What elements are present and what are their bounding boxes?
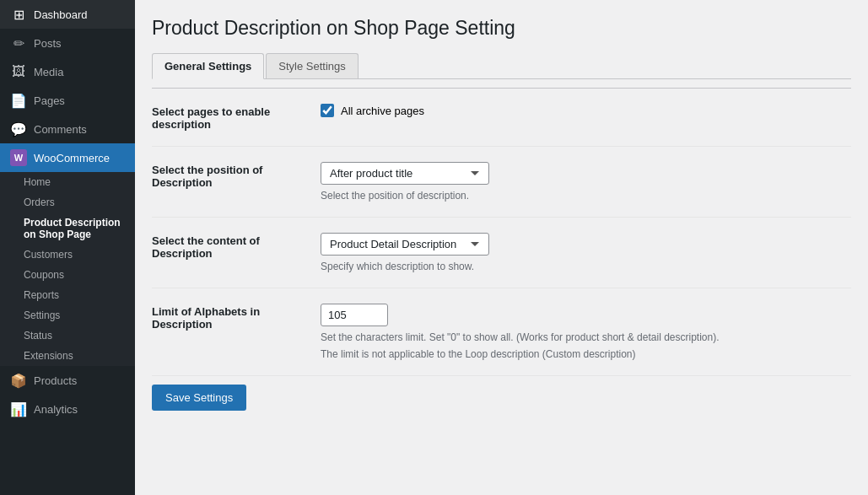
sidebar-item-pages[interactable]: 📄 Pages	[0, 86, 135, 115]
page-title: Product Description on Shop Page Setting	[152, 17, 851, 40]
media-icon: 🖼	[10, 63, 27, 80]
position-select[interactable]: After product title Before product title…	[321, 162, 489, 185]
sidebar-item-products[interactable]: 📦 Products	[0, 366, 135, 395]
all-archive-pages-checkbox[interactable]	[321, 104, 334, 117]
settings-row-enable: Select pages to enable description All a…	[152, 89, 851, 147]
position-control: After product title Before product title…	[321, 162, 851, 202]
sidebar-item-label: Dashboard	[34, 8, 88, 21]
sidebar-item-label: Pages	[34, 94, 65, 107]
comments-icon: 💬	[10, 121, 27, 137]
woocommerce-submenu: Home Orders Product Description on Shop …	[0, 172, 135, 366]
limit-hint-1: Set the characters limit. Set "0" to sho…	[321, 331, 851, 343]
submenu-item-status[interactable]: Status	[0, 326, 135, 346]
tab-bar: General Settings Style Settings	[152, 53, 851, 79]
sidebar-item-analytics[interactable]: 📊 Analytics	[0, 395, 135, 423]
enable-description-control: All archive pages	[321, 104, 851, 117]
sidebar-item-woocommerce[interactable]: W WooCommerce	[0, 143, 135, 172]
sidebar-item-media[interactable]: 🖼 Media	[0, 57, 135, 86]
submenu-item-settings[interactable]: Settings	[0, 305, 135, 326]
limit-input[interactable]	[321, 304, 388, 326]
save-settings-button[interactable]: Save Settings	[152, 385, 246, 411]
sidebar: ⊞ Dashboard ✏ Posts 🖼 Media 📄 Pages 💬 Co…	[0, 0, 135, 495]
submenu-item-customers[interactable]: Customers	[0, 245, 135, 265]
pages-icon: 📄	[10, 92, 27, 109]
content-control: Product Detail Description Product Short…	[321, 233, 851, 272]
settings-row-content: Select the content of Description Produc…	[152, 218, 851, 288]
all-archive-pages-text: All archive pages	[341, 105, 424, 117]
limit-hint-2: The limit is not applicable to the Loop …	[321, 348, 851, 360]
products-icon: 📦	[10, 372, 27, 389]
settings-row-limit: Limit of Alphabets in Description Set th…	[152, 288, 851, 376]
submenu-item-home[interactable]: Home	[0, 172, 135, 192]
sidebar-item-label: Products	[34, 374, 77, 387]
submenu-item-product-description[interactable]: Product Description on Shop Page	[0, 213, 135, 245]
submenu-item-coupons[interactable]: Coupons	[0, 265, 135, 285]
dashboard-icon: ⊞	[10, 6, 27, 23]
settings-table: Select pages to enable description All a…	[152, 88, 851, 376]
position-label: Select the position of Description	[152, 162, 321, 189]
main-content: Product Description on Shop Page Setting…	[135, 0, 868, 495]
enable-description-label: Select pages to enable description	[152, 104, 321, 131]
settings-body: Select pages to enable description All a…	[135, 88, 868, 428]
tab-style-settings[interactable]: Style Settings	[266, 53, 359, 78]
submenu-item-orders[interactable]: Orders	[0, 192, 135, 213]
tab-general-settings[interactable]: General Settings	[152, 53, 264, 79]
sidebar-item-comments[interactable]: 💬 Comments	[0, 115, 135, 143]
posts-icon: ✏	[10, 35, 27, 51]
page-header: Product Description on Shop Page Setting…	[135, 0, 868, 88]
limit-label: Limit of Alphabets in Description	[152, 304, 321, 331]
sidebar-item-label: WooCommerce	[34, 152, 110, 164]
sidebar-item-label: Media	[34, 66, 63, 78]
settings-row-position: Select the position of Description After…	[152, 147, 851, 218]
sidebar-item-dashboard[interactable]: ⊞ Dashboard	[0, 0, 135, 29]
sidebar-item-label: Analytics	[34, 403, 78, 416]
analytics-icon: 📊	[10, 401, 27, 417]
limit-control: Set the characters limit. Set "0" to sho…	[321, 304, 851, 360]
position-hint: Select the position of description.	[321, 190, 851, 202]
submenu-item-extensions[interactable]: Extensions	[0, 346, 135, 366]
woocommerce-icon: W	[10, 149, 27, 166]
content-hint: Specify which description to show.	[321, 261, 851, 272]
content-label: Select the content of Description	[152, 233, 321, 260]
content-select[interactable]: Product Detail Description Product Short…	[321, 233, 489, 256]
submenu-item-reports[interactable]: Reports	[0, 285, 135, 305]
sidebar-item-posts[interactable]: ✏ Posts	[0, 29, 135, 57]
sidebar-item-label: Posts	[34, 37, 62, 50]
all-archive-pages-label[interactable]: All archive pages	[321, 104, 851, 117]
sidebar-item-label: Comments	[34, 123, 87, 136]
